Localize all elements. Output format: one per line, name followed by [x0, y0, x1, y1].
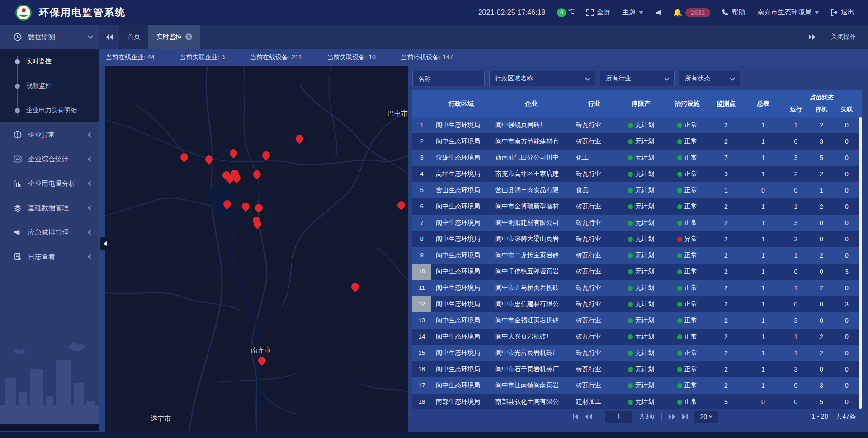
panel-collapse-button[interactable] — [100, 237, 110, 250]
status-text: 正常 — [684, 251, 697, 259]
cell-stop: 0 — [809, 301, 834, 308]
table-row[interactable]: 16阆中生态环境局阆中市石子页岩机砖厂砖瓦行业无计划正常21300 — [412, 361, 862, 377]
tab-home[interactable]: 首页 — [119, 25, 148, 49]
page-size-value: 20 — [700, 413, 708, 420]
table-row[interactable]: 17阆中生态环境局阆中市江南镇阆南页岩砖瓦行业无计划正常21030 — [412, 377, 862, 394]
name-filter-input[interactable] — [418, 75, 479, 82]
table-row[interactable]: 7阆中生态环境局阆中明阳建材有限公司砖瓦行业无计划正常21300 — [412, 215, 862, 231]
table-row[interactable]: 5营山生态环境局营山县润丰肉食品有限食品无计划正常10010 — [412, 182, 862, 198]
sidebar-subitem[interactable]: 视频监控 — [0, 74, 99, 98]
cell-meters: 1 — [743, 219, 783, 226]
notifications[interactable]: 🔔 2632 — [673, 8, 710, 17]
sidebar-subitem[interactable]: 企业电力负荷明细 — [0, 98, 99, 122]
next-page-button[interactable] — [668, 414, 675, 420]
sidebar-item-0[interactable]: 数据监测 — [0, 25, 99, 49]
tabs-scroll-left-button[interactable] — [99, 25, 119, 49]
next-page-icon — [668, 414, 675, 420]
status-text: 正常 — [684, 284, 697, 292]
industry-filter-select[interactable]: 所有行业 — [600, 71, 675, 86]
cell-industry: 砖瓦行业 — [571, 219, 617, 227]
table-row[interactable]: 11阆中生态环境局阆中市五马桥页岩机砖砖瓦行业无计划正常21120 — [412, 280, 862, 296]
row-number: 4 — [412, 166, 431, 182]
row-number: 16 — [412, 361, 431, 377]
close-operations-button[interactable]: 关闭操作 — [831, 33, 856, 41]
cell-stop: 3 — [809, 138, 834, 145]
sidebar-item-3[interactable]: 企业用电量分析 — [0, 171, 99, 196]
cell-limit-status: 无计划 — [617, 381, 665, 390]
cell-company: 阆中市五马桥页岩机砖 — [491, 284, 571, 292]
sidebar-item-1[interactable]: 企业异常 — [0, 122, 99, 147]
prev-page-button[interactable] — [585, 414, 592, 420]
tab-label: 首页 — [127, 33, 140, 41]
sidebar-item-5[interactable]: 应急减排管理 — [0, 220, 99, 245]
theme-dropdown[interactable]: 主题 — [622, 8, 643, 17]
sidebar-item-2[interactable]: 企业综合统计 — [0, 147, 99, 171]
table-row[interactable]: 12阆中生态环境局阆中市忠信建材有限公砖瓦行业无计划正常21003 — [412, 296, 862, 312]
temperature-unit: ℃ — [568, 8, 575, 15]
status-filter-select[interactable]: 所有状态 — [679, 71, 740, 86]
cell-points: 2 — [709, 203, 743, 210]
region-filter-select[interactable]: 行政区域名称 — [489, 71, 595, 86]
sidebar-subitem[interactable]: 实时监控 — [0, 49, 99, 74]
logout-button[interactable]: 退出 — [831, 8, 854, 17]
sidebar-item-4[interactable]: 基础数据管理 — [0, 196, 99, 220]
status-text: 无计划 — [635, 300, 654, 308]
logout-label: 退出 — [841, 8, 854, 17]
cell-limit-status: 无计划 — [617, 349, 665, 357]
cell-company: 阆中市光富页岩机砖厂 — [491, 349, 571, 357]
row-number: 6 — [412, 198, 431, 215]
cell-points: 2 — [709, 301, 743, 308]
cell-company: 阆中大兴页岩机砖厂 — [491, 333, 571, 341]
table-row[interactable]: 6阆中生态环境局阆中市金博瑞新型墙材砖瓦行业无计划正常21120 — [412, 198, 862, 215]
last-page-button[interactable] — [682, 414, 688, 420]
table-row[interactable]: 3仪陇生态环境局西南油气田分公司川中化工无计划正常71350 — [412, 150, 862, 166]
cell-lost: 0 — [834, 317, 859, 324]
name-filter-field[interactable] — [412, 71, 485, 86]
status-dot — [628, 318, 633, 323]
cell-meters: 1 — [743, 268, 783, 275]
cell-stop: 1 — [809, 187, 834, 194]
temperature-widget: 0 ℃ — [557, 8, 575, 17]
help-button[interactable]: 帮助 — [722, 8, 745, 17]
table-row[interactable]: 13阆中生态环境局阆中市金福旺页岩机砖砖瓦行业无计划正常21300 — [412, 312, 862, 329]
cell-region: 阆中生态环境局 — [431, 365, 491, 373]
status-dot — [628, 383, 633, 388]
sidebar-item-6[interactable]: 日志查看 — [0, 245, 99, 269]
cell-region: 阆中生态环境局 — [431, 203, 491, 211]
table-body: 1阆中生态环境局阆中强锐页岩砖厂砖瓦行业无计划正常211202阆中生态环境局阆中… — [412, 117, 862, 409]
table-row[interactable]: 18南部生态环境局南部县弘化土陶有限公建材加工无计划正常50050 — [412, 394, 862, 409]
logout-icon — [831, 9, 838, 16]
map-panel[interactable]: 巴中市南充市遂宁市 — [105, 66, 408, 432]
stats-bar: 当前在线企业:44当前失联企业:3当前在线设备:211当前失联设备:10当前停机… — [99, 49, 868, 66]
tabs-scroll-right-button[interactable] — [808, 34, 816, 40]
table-row[interactable]: 14阆中生态环境局阆中大兴页岩机砖厂砖瓦行业无计划正常21120 — [412, 329, 862, 345]
status-text: 无计划 — [635, 381, 654, 390]
table-row[interactable]: 4高坪生态环境局南充市高坪区王家店建砖瓦行业无计划正常31220 — [412, 166, 862, 182]
table-row[interactable]: 15阆中生态环境局阆中市光富页岩机砖厂砖瓦行业无计划正常21120 — [412, 345, 862, 361]
table-row[interactable]: 1阆中生态环境局阆中强锐页岩砖厂砖瓦行业无计划正常21120 — [412, 117, 862, 133]
status-dot — [677, 253, 682, 258]
chevron-down-icon — [815, 11, 819, 14]
stat-label: 当前在线设备: — [250, 53, 290, 61]
sidebar-footer — [0, 424, 99, 431]
status-text: 正常 — [684, 186, 697, 194]
mute-button[interactable] — [655, 9, 661, 16]
org-dropdown[interactable]: 南充市生态环境局 — [757, 8, 819, 17]
cell-company: 西南油气田分公司川中 — [491, 154, 571, 162]
cell-industry: 砖瓦行业 — [571, 203, 617, 211]
table-row[interactable]: 2阆中生态环境局阆中市南方节能建材有砖瓦行业无计划正常21030 — [412, 133, 862, 150]
page-size-select[interactable]: 20 — [694, 411, 718, 423]
tab-realtime-monitor[interactable]: 实时监控 ✕ — [148, 25, 200, 49]
cell-meters: 1 — [743, 122, 783, 129]
cell-meters: 1 — [743, 138, 783, 145]
bell-icon: 🔔 — [673, 8, 682, 17]
table-row[interactable]: 9阆中生态环境局阆中市二龙长宝页岩砖砖瓦行业无计划正常21120 — [412, 247, 862, 264]
table-row[interactable]: 10阆中生态环境局阆中千佛镇五郎垭页岩砖瓦行业无计划正常21003 — [412, 264, 862, 280]
table-scrollbar[interactable] — [859, 117, 862, 409]
first-page-button[interactable] — [572, 414, 579, 420]
tab-close-icon[interactable]: ✕ — [185, 33, 192, 40]
fullscreen-button[interactable]: 全屏 — [586, 8, 610, 17]
status-dot — [677, 334, 682, 339]
page-number-input[interactable]: 1 — [605, 411, 632, 423]
table-row[interactable]: 8阆中生态环境局阆中市枣碧大梁山页岩砖瓦行业无计划异常21300 — [412, 231, 862, 247]
